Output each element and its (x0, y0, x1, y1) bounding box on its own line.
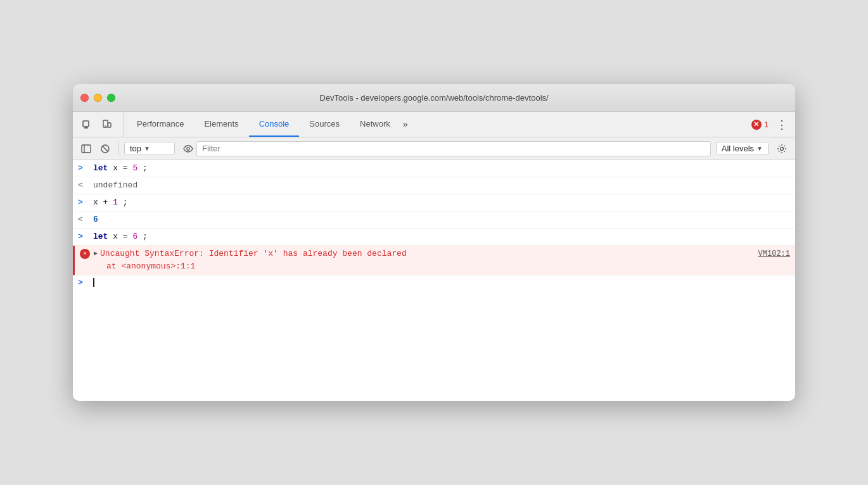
error-count: 1 (764, 120, 769, 129)
error-line-content: ▶ Uncaught SyntaxError: Identifier 'x' h… (94, 248, 790, 260)
console-line-4: < 6 (73, 211, 795, 229)
toolbar-divider (118, 142, 119, 155)
error-message-block: ▶ Uncaught SyntaxError: Identifier 'x' h… (94, 248, 790, 273)
inspect-element-button[interactable] (78, 116, 96, 134)
prompt-1: > (78, 162, 88, 175)
tabbar: Performance Elements Console Sources Net… (73, 112, 795, 137)
console-toolbar: top ▼ All levels ▼ (73, 137, 795, 160)
eye-button[interactable] (180, 141, 196, 157)
prompt-2: < (78, 179, 88, 192)
input-prompt: > (78, 278, 88, 287)
chevron-down-icon: ▼ (756, 145, 763, 152)
error-location-link[interactable]: VM102:1 (746, 248, 790, 260)
filter-input[interactable] (196, 141, 711, 156)
more-options-button[interactable]: ⋮ (774, 118, 790, 132)
console-line-5: > let x = 6 ; (73, 229, 795, 246)
code-3: let x = 6 ; (93, 230, 148, 243)
expand-error-button[interactable]: ▶ (94, 248, 98, 260)
svg-point-10 (187, 147, 189, 149)
svg-point-11 (781, 147, 784, 150)
tab-sources[interactable]: Sources (299, 112, 350, 137)
device-toggle-button[interactable] (98, 116, 116, 134)
console-line-3: > x + 1 ; (73, 194, 795, 211)
cursor (93, 278, 94, 287)
result-undefined: undefined (93, 179, 137, 192)
tabbar-right: ✕ 1 ⋮ (746, 112, 790, 137)
minimize-button[interactable] (94, 94, 102, 102)
tab-performance[interactable]: Performance (127, 112, 194, 137)
error-stack-line: at <anonymous>:1:1 (94, 260, 790, 273)
tabbar-left-icons (78, 112, 124, 137)
svg-line-9 (103, 146, 108, 151)
traffic-lights (80, 94, 115, 102)
context-selector[interactable]: top ▼ (124, 142, 175, 155)
tab-network[interactable]: Network (350, 112, 400, 137)
tabs: Performance Elements Console Sources Net… (127, 112, 746, 137)
console-input-line[interactable]: > (73, 275, 795, 289)
console-output: > let x = 5 ; < undefined > x + 1 ; (73, 160, 795, 401)
tab-elements[interactable]: Elements (194, 112, 248, 137)
error-badge-icon: ✕ (751, 120, 762, 130)
error-message: Uncaught SyntaxError: Identifier 'x' has… (100, 248, 407, 260)
prompt-4: < (78, 213, 88, 226)
settings-button[interactable] (774, 141, 790, 157)
maximize-button[interactable] (107, 94, 115, 102)
console-line-1: > let x = 5 ; (73, 160, 795, 177)
clear-console-button[interactable] (97, 141, 113, 157)
code-1: let x = 5 ; (93, 162, 148, 175)
svg-rect-0 (83, 121, 89, 127)
prompt-3: > (78, 196, 88, 209)
titlebar: DevTools - developers.google.com/web/too… (73, 84, 795, 112)
filter-area: All levels ▼ (180, 141, 769, 157)
more-tabs-button[interactable]: » (400, 112, 411, 137)
levels-selector[interactable]: All levels ▼ (716, 142, 769, 155)
console-line-2: < undefined (73, 177, 795, 194)
code-2: x + 1 ; (93, 196, 128, 209)
chevron-down-icon: ▼ (144, 145, 150, 152)
devtools-window: DevTools - developers.google.com/web/too… (73, 84, 795, 401)
window-title: DevTools - developers.google.com/web/too… (319, 93, 548, 103)
error-icon: ✕ (80, 249, 90, 259)
close-button[interactable] (80, 94, 89, 102)
tab-console[interactable]: Console (249, 112, 300, 137)
error-count-badge[interactable]: ✕ 1 (751, 120, 769, 130)
sidebar-toggle-button[interactable] (78, 141, 94, 157)
svg-rect-4 (108, 123, 112, 127)
result-6: 6 (93, 213, 98, 226)
svg-rect-6 (82, 145, 91, 153)
prompt-5: > (78, 230, 88, 243)
console-error-line: ✕ ▶ Uncaught SyntaxError: Identifier 'x'… (73, 246, 795, 275)
